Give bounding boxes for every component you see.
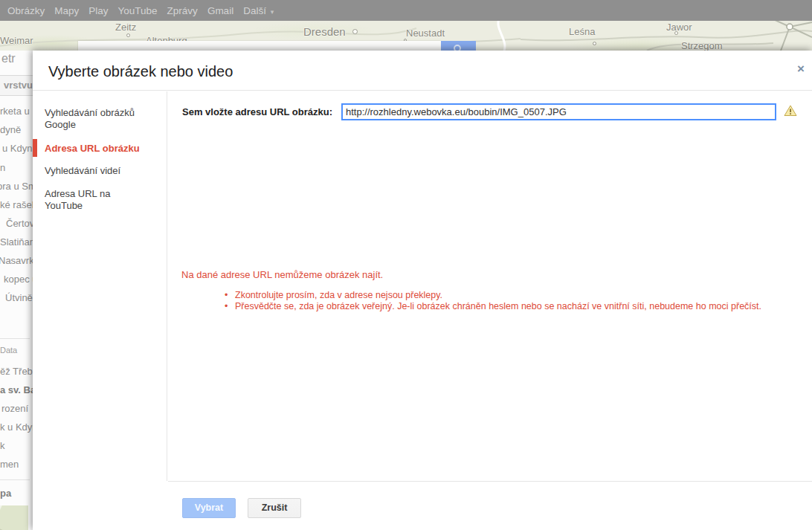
map-town-label: Zeitz xyxy=(115,22,136,33)
list-item: n xyxy=(0,162,5,173)
town-dot xyxy=(352,29,358,34)
divider xyxy=(0,338,30,339)
list-item: ké rašel xyxy=(0,199,33,210)
google-topbar: Obrázky Mapy Play YouTube Zprávy Gmail D… xyxy=(0,0,812,21)
list-item: ěž Třeb xyxy=(0,366,33,377)
nav-item-youtube-url[interactable]: Adresa URL na YouTube xyxy=(45,188,134,212)
image-url-input[interactable] xyxy=(341,103,776,120)
list-item: kopec u xyxy=(4,274,33,285)
nav-item-video-search[interactable]: Vyhledávání videí xyxy=(45,165,158,177)
add-layer-button[interactable]: vrstvu xyxy=(0,75,33,96)
magnifier-icon xyxy=(454,45,461,51)
topbar-link-play[interactable]: Play xyxy=(87,5,109,16)
error-hint-list: Zkontrolujte prosím, zda v adrese nejsou… xyxy=(225,290,761,311)
error-message: Na dané adrese URL nemůžeme obrázek nají… xyxy=(181,269,383,280)
list-item: k xyxy=(0,440,5,451)
chevron-down-icon: ▾ xyxy=(271,8,274,16)
map-town-label: Jawor xyxy=(666,22,692,33)
map-search-box[interactable] xyxy=(78,41,441,51)
screen: Obrázky Mapy Play YouTube Zprávy Gmail D… xyxy=(0,0,812,530)
list-item: ora u Sm xyxy=(0,181,33,192)
error-hint: Přesvědčte se, zda je obrázek veřejný. J… xyxy=(225,301,761,312)
list-item: Data xyxy=(0,346,17,355)
url-field-label: Sem vložte adresu URL obrázku: xyxy=(182,106,332,117)
select-button[interactable]: Vybrat xyxy=(182,498,236,518)
topbar-link-images[interactable]: Obrázky xyxy=(6,5,46,16)
topbar-more-label: Další xyxy=(243,5,266,16)
base-map-thumbnail xyxy=(0,505,28,530)
topbar-link-news[interactable]: Zprávy xyxy=(166,5,199,16)
topbar-link-maps[interactable]: Mapy xyxy=(53,5,80,16)
list-item: dyně xyxy=(0,124,21,135)
panel-title-fragment: etr xyxy=(1,52,16,65)
list-item: k u Kdyn xyxy=(0,421,33,433)
map-town-label: Dresden xyxy=(303,25,346,38)
dialog-title: Vyberte obrázek nebo video xyxy=(48,63,233,80)
error-hint: Zkontrolujte prosím, zda v adrese nejsou… xyxy=(225,290,761,301)
list-item: men xyxy=(0,459,19,470)
dialog-content: Sem vložte adresu URL obrázku: Na dané a… xyxy=(168,91,812,481)
list-item: rození xyxy=(1,403,28,414)
list-item: Slatiňan xyxy=(0,236,33,248)
topbar-link-gmail[interactable]: Gmail xyxy=(206,5,235,16)
map-town-label: Strzegom xyxy=(681,40,723,51)
town-dot xyxy=(674,31,678,35)
map-town-label: Weimar xyxy=(0,35,33,46)
map-town-label: Neustadt xyxy=(406,28,445,39)
select-image-dialog: Vyberte obrázek nebo video × Vyhledávání… xyxy=(33,51,812,530)
town-dot xyxy=(126,33,130,37)
list-item: u Kdyn xyxy=(2,143,32,154)
map-background: Weimar Zeitz Altenburg Dresden Neustadt … xyxy=(0,21,812,51)
topbar-link-youtube[interactable]: YouTube xyxy=(117,5,159,16)
list-item: Čertov xyxy=(6,218,33,229)
nav-item-google-image-search[interactable]: Vyhledávání obrázků Google xyxy=(45,107,158,131)
dialog-nav: Vyhledávání obrázků Google Adresa URL ob… xyxy=(33,91,167,481)
warning-icon xyxy=(784,105,797,120)
close-icon[interactable]: × xyxy=(797,62,805,75)
layers-panel-sliver: etr vrstvu rketa u dyně u Kdyn n ora u S… xyxy=(0,51,33,530)
topbar-link-more[interactable]: Další ▾ xyxy=(242,5,275,16)
dialog-header: Vyberte obrázek nebo video × xyxy=(33,51,812,91)
divider xyxy=(0,479,30,480)
list-item: Útvině xyxy=(5,292,33,303)
list-item: Nasavrk xyxy=(0,255,33,266)
town-dot xyxy=(593,42,596,45)
map-town-label: Leśna xyxy=(569,26,595,37)
list-item: a sv. Bar xyxy=(0,384,33,395)
dialog-footer: Vybrat Zrušit xyxy=(168,481,812,530)
cancel-button[interactable]: Zrušit xyxy=(248,498,301,518)
list-item: rketa u xyxy=(0,106,30,117)
nav-item-image-url[interactable]: Adresa URL obrázku xyxy=(45,143,158,155)
map-search-button[interactable] xyxy=(441,41,476,51)
base-map-label-fragment: pa xyxy=(0,488,11,499)
add-layer-label-fragment: vrstvu xyxy=(4,80,33,91)
